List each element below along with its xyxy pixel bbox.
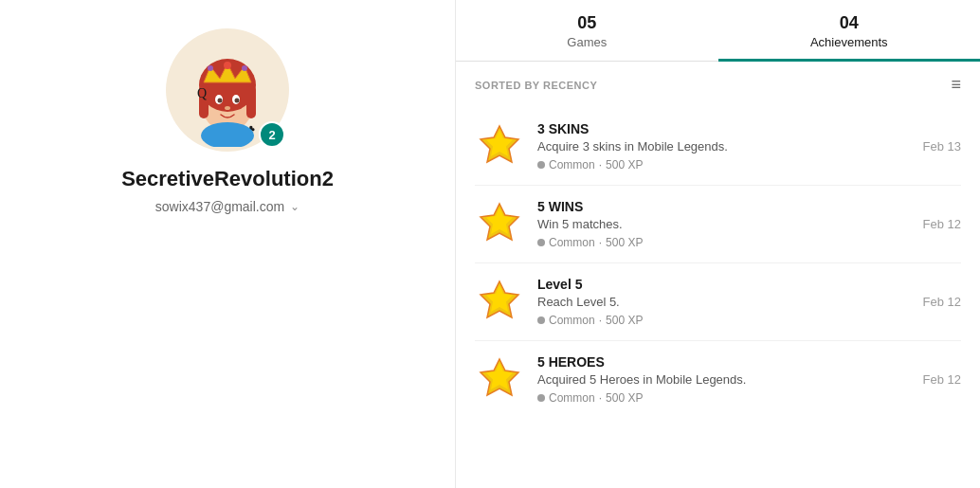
tabs-container: 05 Games 04 Achievements <box>456 0 980 62</box>
achievement-info: 5 WINS Win 5 matches. Common · 500 XP <box>537 199 914 249</box>
sorted-by-label: SORTED BY RECENCY <box>475 80 597 91</box>
xp-label: 500 XP <box>606 391 643 405</box>
xp-label: 500 XP <box>606 314 643 327</box>
rarity-label: Common <box>549 236 595 249</box>
rarity-dot <box>537 239 545 246</box>
achievement-date: Feb 12 <box>923 217 961 231</box>
email-text: sowix437@gmail.com <box>155 199 284 214</box>
achievement-desc: Reach Level 5. <box>537 295 914 309</box>
achievement-item: 3 SKINS Acquire 3 skins in Mobile Legend… <box>475 108 961 186</box>
achievement-info: 3 SKINS Acquire 3 skins in Mobile Legend… <box>537 121 914 172</box>
svg-point-6 <box>208 65 213 71</box>
rarity-dot <box>537 316 545 324</box>
achievement-desc: Win 5 matches. <box>537 217 914 231</box>
achievements-count: 04 <box>718 13 981 33</box>
sort-icon[interactable]: ≡ <box>951 75 961 95</box>
svg-point-15 <box>201 122 254 147</box>
svg-point-10 <box>218 99 223 103</box>
meta-separator: · <box>599 236 602 249</box>
achievement-meta: Common · 500 XP <box>537 314 914 327</box>
achievement-desc: Acquired 5 Heroes in Mobile Legends. <box>537 372 914 387</box>
email-row[interactable]: sowix437@gmail.com ⌄ <box>155 199 299 214</box>
svg-point-12 <box>225 106 230 110</box>
achievement-date: Feb 12 <box>923 372 961 387</box>
xp-label: 500 XP <box>606 158 643 172</box>
achievement-item: Level 5 Reach Level 5. Common · 500 XP F… <box>475 263 961 341</box>
achievement-title: 5 WINS <box>537 199 914 214</box>
rarity-label: Common <box>549 314 595 327</box>
chevron-down-icon[interactable]: ⌄ <box>290 200 299 213</box>
achievements-label: Achievements <box>718 35 981 49</box>
svg-text:Q: Q <box>197 86 207 100</box>
rarity-dot <box>537 394 545 402</box>
svg-rect-3 <box>246 85 256 118</box>
achievement-meta: Common · 500 XP <box>537 391 914 405</box>
games-label: Games <box>456 35 718 49</box>
achievement-date: Feb 13 <box>923 139 961 154</box>
svg-point-5 <box>224 62 231 69</box>
right-panel: 05 Games 04 Achievements SORTED BY RECEN… <box>455 0 980 488</box>
achievement-title: 3 SKINS <box>537 121 914 136</box>
rarity-label: Common <box>549 391 595 405</box>
achievement-info: 5 HEROES Acquired 5 Heroes in Mobile Leg… <box>537 354 914 405</box>
achievement-meta: Common · 500 XP <box>537 158 914 172</box>
avatar-container: Q ♣ 2 <box>166 28 289 152</box>
games-count: 05 <box>456 13 718 33</box>
username: SecretiveRevolution2 <box>121 167 334 191</box>
achievement-item: 5 HEROES Acquired 5 Heroes in Mobile Leg… <box>475 341 961 418</box>
medal-icon <box>475 355 524 405</box>
achievement-meta: Common · 500 XP <box>537 236 914 249</box>
achievements-header: SORTED BY RECENCY ≡ <box>456 62 980 108</box>
achievement-date: Feb 12 <box>923 295 961 309</box>
achievement-item: 5 WINS Win 5 matches. Common · 500 XP Fe… <box>475 186 961 263</box>
left-panel: Q ♣ 2 SecretiveRevolution2 sowix437@gmai… <box>0 0 455 488</box>
meta-separator: · <box>599 158 602 172</box>
level-badge: 2 <box>259 121 285 148</box>
achievement-desc: Acquire 3 skins in Mobile Legends. <box>537 139 914 154</box>
medal-icon <box>475 278 524 327</box>
achievements-list: 3 SKINS Acquire 3 skins in Mobile Legend… <box>456 108 980 488</box>
svg-point-7 <box>242 65 247 71</box>
tab-games[interactable]: 05 Games <box>456 0 718 61</box>
meta-separator: · <box>599 314 602 327</box>
rarity-dot <box>537 161 545 169</box>
achievement-title: 5 HEROES <box>537 354 914 370</box>
achievement-title: Level 5 <box>537 277 914 292</box>
rarity-label: Common <box>549 158 595 172</box>
achievement-info: Level 5 Reach Level 5. Common · 500 XP <box>537 277 914 327</box>
medal-icon <box>475 200 524 249</box>
meta-separator: · <box>599 391 602 405</box>
tab-achievements[interactable]: 04 Achievements <box>718 0 981 61</box>
xp-label: 500 XP <box>606 236 643 249</box>
medal-icon <box>475 122 524 172</box>
svg-point-11 <box>235 99 240 103</box>
